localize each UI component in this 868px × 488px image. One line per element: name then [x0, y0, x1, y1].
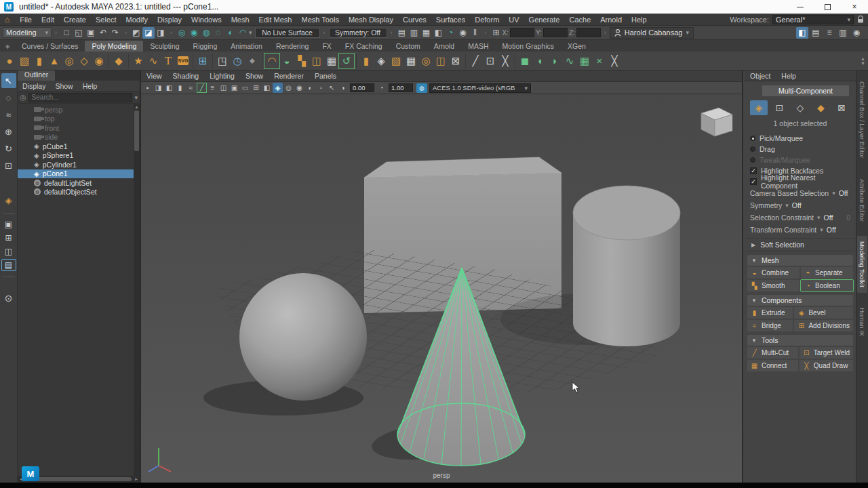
bevel-button[interactable]: ◈Bevel	[794, 307, 853, 319]
outliner-menu-display[interactable]: Display	[18, 82, 50, 90]
shelf-tab-rigging[interactable]: Rigging	[186, 41, 224, 52]
group-divider[interactable]: ›	[604, 29, 607, 36]
radio-drag[interactable]: Drag	[745, 144, 856, 155]
smooth-button[interactable]: ▚Smooth	[747, 280, 800, 291]
shelf-tab-animation[interactable]: Animation	[224, 41, 269, 52]
arnold-renderview-icon[interactable]: ◔	[445, 27, 457, 39]
camera-attributes-icon[interactable]: ◧	[164, 83, 174, 93]
shelf-scroll-arrows[interactable]: ▲▼	[861, 56, 868, 66]
curve-live-icon[interactable]: ◠	[264, 54, 279, 68]
tk-separate-icon[interactable]: ◖	[532, 54, 547, 68]
image-plane-icon[interactable]: ≈	[186, 83, 196, 93]
connect-button[interactable]: ▦Connect	[747, 360, 798, 371]
lock-icon[interactable]	[857, 16, 864, 23]
menu-surfaces[interactable]: Surfaces	[431, 16, 470, 24]
edge-mode-icon[interactable]: ◇	[791, 100, 809, 115]
menu-arnold[interactable]: Arnold	[595, 16, 627, 24]
quad-draw-button[interactable]: ╳Quad Draw	[800, 360, 853, 371]
shelf-tab-sculpting[interactable]: Sculpting	[143, 41, 186, 52]
face-mode-icon[interactable]: ◆	[812, 100, 830, 115]
menu-uv[interactable]: UV	[504, 16, 524, 24]
tk-weld-icon[interactable]: ×	[592, 54, 607, 68]
z-input[interactable]	[576, 28, 601, 37]
poly-sphere-icon[interactable]: ●	[2, 54, 17, 68]
section-components[interactable]: ▼Components	[747, 295, 853, 306]
view-cube[interactable]	[701, 108, 732, 136]
outliner-item-psphere1[interactable]: ◈pSphere1	[18, 151, 134, 161]
depth-of-field-icon[interactable]: ◐	[305, 83, 315, 93]
viewport-canvas[interactable]: persp	[141, 94, 742, 483]
shelf-menu-icon[interactable]: ∗	[0, 43, 15, 52]
grid-coordinates-icon[interactable]: ⊞	[490, 27, 502, 39]
menu-mesh-tools[interactable]: Mesh Tools	[297, 16, 344, 24]
menu-curves[interactable]: Curves	[398, 16, 431, 24]
lattice-icon[interactable]: ⊠	[448, 54, 463, 68]
subdivide-icon[interactable]: ▦	[324, 54, 339, 68]
outliner-item-pcone1[interactable]: ◈pCone1	[18, 169, 134, 179]
isolate-select-icon[interactable]: ▫	[316, 83, 326, 93]
menu-create[interactable]: Create	[59, 16, 91, 24]
selection-constraint-dropdown[interactable]: Selection Constraint▾Off0	[745, 211, 856, 224]
poly-cube-icon[interactable]: ▧	[17, 54, 32, 68]
construction-plane-icon[interactable]: ◳	[215, 54, 230, 68]
viewport-menu-panels[interactable]: Panels	[309, 72, 342, 80]
magnifier-icon[interactable]: ⊙	[1, 291, 16, 306]
symmetry-field[interactable]: Symmetry: Off	[329, 28, 387, 38]
tool-settings-toggle-icon[interactable]: ▥	[837, 27, 849, 39]
outliner-item-front[interactable]: front	[18, 123, 134, 133]
shelf-tab-fx[interactable]: FX	[315, 41, 338, 52]
exposure-field[interactable]: 0.00	[350, 83, 374, 92]
shelf-tab-poly-modeling[interactable]: Poly Modeling	[85, 41, 143, 52]
extrude-icon[interactable]: ▮	[359, 54, 374, 68]
live-surface-field[interactable]: No Live Surface	[255, 28, 320, 38]
use-all-lights-icon[interactable]: ▭	[240, 83, 250, 93]
x-input[interactable]	[510, 28, 534, 37]
menu-windows[interactable]: Windows	[186, 16, 226, 24]
bridge-icon[interactable]: ▧	[389, 54, 403, 68]
select-object-icon[interactable]: ◪	[142, 27, 155, 39]
menu-modify[interactable]: Modify	[121, 16, 153, 24]
attribute-editor-toggle-icon[interactable]: ≡	[823, 27, 835, 39]
scale-tool-icon[interactable]: ⊡	[1, 158, 16, 173]
poly-plane-icon[interactable]: ◇	[77, 54, 92, 68]
home-icon[interactable]: ⌂	[0, 15, 15, 24]
tab-attribute-editor[interactable]: Attribute Editor	[857, 174, 867, 227]
channel-box-toggle-icon[interactable]: ◉	[850, 27, 863, 39]
poly-cone-icon[interactable]: ▲	[47, 54, 62, 68]
checkbox-highlight-nearest-component[interactable]: ✓Highlight Nearest Component	[745, 176, 856, 187]
menu-file[interactable]: File	[15, 16, 37, 24]
transform-constraint-dropdown[interactable]: Transform Constraint▾Off	[745, 224, 856, 236]
separate-button[interactable]: ◓Separate	[801, 267, 853, 279]
combine-button[interactable]: ◒Combine	[747, 267, 800, 279]
tab-modeling-toolkit[interactable]: Modeling Toolkit	[857, 236, 867, 293]
minimize-button[interactable]	[787, 0, 814, 14]
vertex-mode-icon[interactable]: ⊡	[771, 100, 789, 115]
shaded-mode-icon[interactable]: ◫	[218, 83, 229, 93]
toolkit-menu-object[interactable]: Object	[745, 72, 776, 80]
soft-selection-section[interactable]: ▶Soft Selection	[745, 238, 856, 251]
move-tool-icon[interactable]: ⊕	[1, 124, 16, 139]
wireframe-mode-icon[interactable]: ≡	[208, 83, 218, 93]
make-live-icon[interactable]: ◠	[237, 27, 249, 39]
menu-display[interactable]: Display	[153, 16, 186, 24]
viewport-menu-view[interactable]: View	[141, 72, 167, 80]
poly-torus-icon[interactable]: ◎	[62, 54, 77, 68]
select-camera-icon[interactable]: ▪	[142, 83, 153, 93]
menu-set-dropdown[interactable]: Modeling ▾	[3, 27, 52, 38]
tab-channel-box-layer-editor[interactable]: Channel Box / Layer Editor	[857, 76, 867, 164]
outliner-item-defaultobjectset[interactable]: ◍defaultObjectSet	[18, 188, 134, 197]
modeling-toolkit-toggle-icon[interactable]: ◧	[796, 27, 808, 39]
combine-icon[interactable]: ◒	[279, 54, 294, 68]
bevel-icon[interactable]: ◈	[374, 54, 389, 68]
radio-pick-marquee[interactable]: Pick/Marquee	[745, 133, 856, 144]
shelf-tab-motion-graphics[interactable]: Motion Graphics	[496, 41, 561, 52]
select-hierarchy-icon[interactable]: ◩	[130, 27, 142, 39]
tk-combine-icon[interactable]: ◼	[517, 54, 532, 68]
viewport-renderer-icon[interactable]: ◈	[273, 83, 283, 93]
bridge-button[interactable]: ≈Bridge	[747, 320, 793, 331]
xray-mode-icon[interactable]: ↖	[327, 83, 337, 93]
outliner-item-persp[interactable]: persp	[18, 105, 134, 115]
menu-help[interactable]: Help	[627, 16, 652, 24]
shelf-tab-rendering[interactable]: Rendering	[269, 41, 315, 52]
pause-viewport-icon[interactable]: ‖	[469, 27, 481, 39]
